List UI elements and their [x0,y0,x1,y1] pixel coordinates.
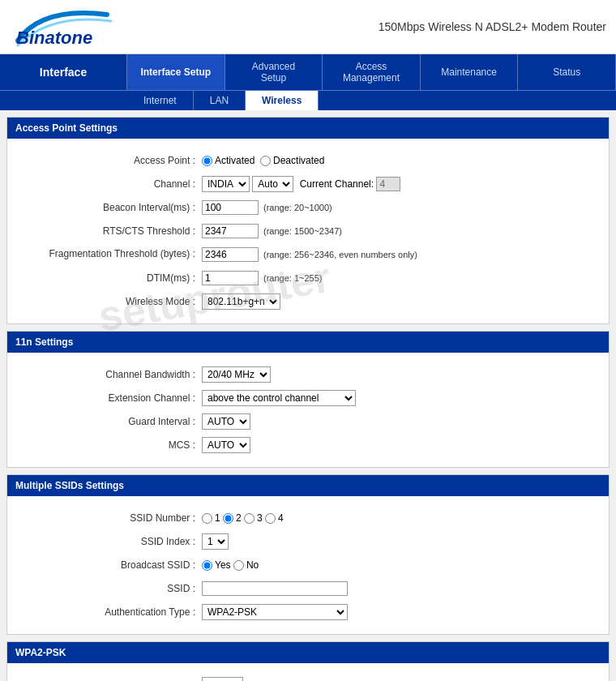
extension-ch-label: Extension Channel : [24,392,202,404]
ssid-control [202,581,592,596]
access-point-label: Access Point : [24,155,202,166]
ssid-num-4-radio[interactable] [265,513,276,524]
mcs-label: MCS : [24,439,202,451]
svg-text:Binatone: Binatone [16,28,92,47]
broadcast-yes-label: Yes [215,559,231,571]
current-channel-label: Current Channel: [300,178,374,190]
wireless-mode-row: Wireless Mode : 802.11b+g+n [24,292,592,311]
beacon-input[interactable] [202,200,259,215]
ssid-number-label: SSID Number : [24,512,202,524]
dtim-input[interactable] [202,271,259,285]
auth-type-select[interactable]: WPA2-PSK [202,604,348,620]
broadcast-no-radio[interactable] [233,560,244,571]
ssid-num-3-label: 3 [257,512,263,524]
auth-type-row: Authentication Type : WPA2-PSK [24,602,592,622]
nav-interface-label: Interface [0,54,127,90]
guard-interval-row: Guard Interval : AUTO [24,412,592,431]
beacon-row: Beacon Interval(ms) : (range: 20~1000) [24,198,592,217]
channel-select[interactable]: INDIA [202,176,250,192]
access-point-body: Access Point : Activated Deactivated Cha… [7,139,609,323]
access-point-activated-radio[interactable] [202,156,212,166]
main-nav: Interface Interface Setup Advanced Setup… [0,54,616,90]
logo-icon: Binatone [10,6,115,47]
ssid-row: SSID : [24,579,592,598]
main-content: Access Point Settings Access Point : Act… [0,110,616,681]
multiple-ssids-header: Multiple SSIDs Settings [7,475,609,496]
sub-tab-wireless[interactable]: Wireless [246,91,319,110]
multiple-ssids-body: SSID Number : 1 2 3 4 SSID Index : [7,496,609,634]
sub-tab-internet[interactable]: Internet [127,91,194,110]
guard-interval-control: AUTO [202,413,592,430]
beacon-control: (range: 20~1000) [202,200,592,215]
extension-ch-control: above the control channel [202,390,592,406]
auth-type-control: WPA2-PSK [202,604,592,620]
encryption-select[interactable]: AES [202,677,243,681]
n11-section: 11n Settings Channel Bandwidth : 20/40 M… [6,331,610,468]
wireless-mode-select[interactable]: 802.11b+g+n [202,293,280,310]
access-point-deactivated-radio[interactable] [260,156,271,166]
dtim-control: (range: 1~255) [202,271,592,285]
ssid-index-control: 1 [202,533,592,550]
ssid-index-select[interactable]: 1 [202,533,229,550]
ssid-index-row: SSID Index : 1 [24,532,592,551]
channel-bw-select[interactable]: 20/40 MHz [202,366,271,383]
mcs-select[interactable]: AUTO [202,437,250,453]
broadcast-yes-radio[interactable] [202,560,212,571]
ssid-num-4-label: 4 [278,512,284,524]
mcs-control: AUTO [202,437,592,453]
channel-bw-control: 20/40 MHz [202,366,592,383]
deactivated-label: Deactivated [273,155,324,166]
extension-ch-row: Extension Channel : above the control ch… [24,388,592,408]
wpa2-psk-header: WPA2-PSK [7,642,609,663]
tab-maintenance[interactable]: Maintenance [421,54,519,90]
frag-label: Fragmentation Threshold (bytes) : [24,248,202,261]
wireless-mode-control: 802.11b+g+n [202,293,592,310]
ssid-num-1-label: 1 [215,512,220,524]
rts-control: (range: 1500~2347) [202,224,592,238]
tab-advanced-setup[interactable]: Advanced Setup [225,54,323,90]
sub-nav: Internet LAN Wireless [0,90,616,110]
guard-interval-select[interactable]: AUTO [202,413,250,430]
router-title: 150Mbps Wireless N ADSL2+ Modem Router [379,20,606,33]
logo: Binatone [10,6,115,47]
rts-label: RTS/CTS Threshold : [24,225,202,237]
ssid-num-3-radio[interactable] [244,513,255,524]
broadcast-ssid-label: Broadcast SSID : [24,559,202,571]
current-channel-input [376,177,400,191]
encryption-row: Encryption : AES [24,675,592,681]
ssid-num-2-radio[interactable] [223,513,233,524]
channel-bw-row: Channel Bandwidth : 20/40 MHz [24,365,592,384]
frag-row: Fragmentation Threshold (bytes) : (range… [24,245,592,264]
channel-control: INDIA Auto Current Channel: [202,176,592,192]
tab-status[interactable]: Status [518,54,616,90]
n11-header: 11n Settings [7,332,609,353]
sub-tab-lan[interactable]: LAN [194,91,246,110]
tab-interface-setup[interactable]: Interface Setup [127,54,225,90]
access-point-control: Activated Deactivated [202,155,592,166]
activated-label: Activated [215,155,255,166]
tab-access-management[interactable]: Access Management [323,54,421,90]
dtim-hint: (range: 1~255) [263,273,322,283]
ssid-num-1-radio[interactable] [202,513,212,524]
rts-hint: (range: 1500~2347) [263,226,342,236]
channel-auto-select[interactable]: Auto [252,176,293,192]
rts-input[interactable] [202,224,259,238]
content-area: setuprouter Access Point Settings Access… [0,110,616,681]
ssid-label: SSID : [24,583,202,594]
ssid-number-control: 1 2 3 4 [202,512,592,524]
ssid-num-2-label: 2 [236,512,242,524]
dtim-row: DTIM(ms) : (range: 1~255) [24,268,592,288]
channel-bw-label: Channel Bandwidth : [24,369,202,380]
header: Binatone 150Mbps Wireless N ADSL2+ Modem… [0,0,616,54]
broadcast-ssid-control: Yes No [202,559,592,571]
frag-hint: (range: 256~2346, even numbers only) [263,250,417,259]
channel-label: Channel : [24,178,202,190]
encryption-control: AES [202,677,592,681]
frag-input[interactable] [202,247,259,262]
broadcast-ssid-row: Broadcast SSID : Yes No [24,555,592,575]
nav-tabs: Interface Setup Advanced Setup Access Ma… [127,54,616,90]
extension-ch-select[interactable]: above the control channel [202,390,356,406]
beacon-label: Beacon Interval(ms) : [24,202,202,213]
ssid-input[interactable] [202,581,348,596]
beacon-hint: (range: 20~1000) [263,203,332,212]
